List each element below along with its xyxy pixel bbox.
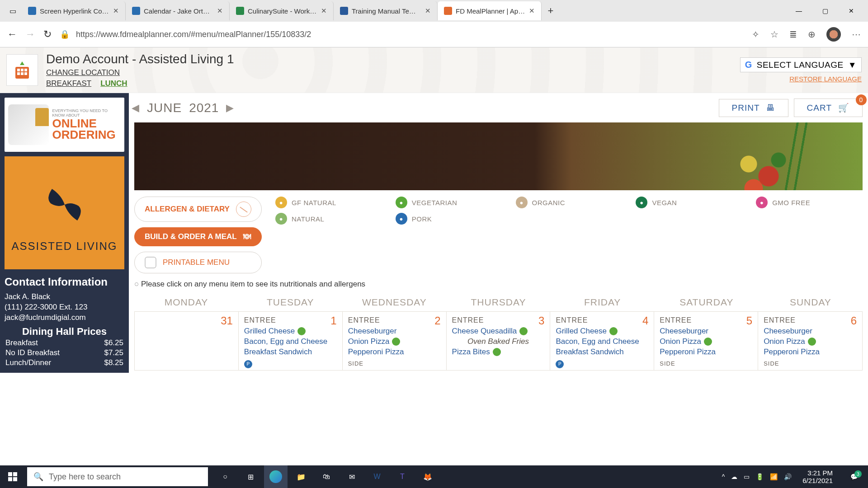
next-month-button[interactable]: ▶	[226, 102, 234, 114]
diet-badge-icon	[808, 338, 816, 346]
assisted-living-card[interactable]: ASSISTED LIVING	[5, 156, 124, 269]
teams-icon[interactable]: T	[391, 465, 414, 488]
collections-icon[interactable]: ⊕	[808, 29, 816, 40]
new-tab-button[interactable]: +	[542, 5, 560, 17]
menu-item[interactable]: Bacon, Egg and Cheese Breakfast Sandwich…	[244, 337, 337, 368]
tab-actions-icon[interactable]: ▭	[4, 7, 22, 15]
diet-badge-icon	[392, 338, 400, 346]
print-button[interactable]: PRINT 🖶	[719, 99, 788, 117]
promo-online-ordering[interactable]: EVERYTHING YOU NEED TO KNOW ABOUT ONLINE…	[5, 98, 124, 152]
legend-item[interactable]: ●PORK	[396, 213, 502, 225]
address-bar[interactable]: 🔒 https://www.fdmealplanner.com/#menu/me…	[60, 29, 744, 39]
browser-tab[interactable]: CulinarySuite - Workflow &✕	[230, 1, 334, 20]
language-select[interactable]: G SELECT LANGUAGE ▼	[740, 57, 862, 72]
allergen-icon	[236, 202, 251, 217]
menu-item[interactable]: Onion Pizza	[348, 337, 441, 347]
menu-item[interactable]: Pepperoni Pizza	[660, 347, 752, 357]
allergen-dietary-button[interactable]: ALLERGEN & DIETARY	[134, 197, 262, 222]
legend-badge-icon: ●	[396, 213, 407, 225]
site-logo[interactable]	[6, 54, 38, 86]
wifi-icon[interactable]: 📶	[770, 473, 778, 480]
window-controls: — ▢ ✕	[786, 1, 864, 20]
menu-item[interactable]: Onion Pizza	[660, 337, 752, 347]
browser-tab[interactable]: Screen Hyperlink Configur✕	[22, 1, 126, 20]
back-button[interactable]: ←	[7, 28, 17, 40]
close-tab-icon[interactable]: ✕	[113, 7, 119, 15]
close-tab-icon[interactable]: ✕	[425, 7, 431, 15]
month-navigator: ◀ JUNE 2021 ▶	[132, 101, 234, 115]
legend-item[interactable]: ●GF NATURAL	[275, 197, 382, 208]
action-center-icon[interactable]: 💬3	[844, 473, 864, 480]
restore-language-link[interactable]: RESTORE LANGUAGE	[740, 75, 862, 83]
calendar-grid: 311ENTREEGrilled CheeseBacon, Egg and Ch…	[134, 311, 863, 371]
cart-button[interactable]: CART 🛒 0	[794, 99, 863, 117]
search-icon: 🔍	[33, 472, 43, 482]
legend-item[interactable]: ●VEGAN	[636, 197, 742, 208]
legend-item[interactable]: ●NATURAL	[275, 213, 382, 225]
menu-item[interactable]: Pepperoni Pizza	[348, 347, 441, 357]
close-window-button[interactable]: ✕	[838, 1, 864, 20]
legend-badge-icon: ●	[275, 213, 287, 225]
printer-icon: 🖶	[766, 103, 775, 113]
refresh-button[interactable]: ↻	[43, 28, 52, 40]
volume-icon[interactable]: 🔊	[784, 473, 792, 480]
menu-item[interactable]: Grilled Cheese	[556, 326, 648, 337]
meet-icon[interactable]: ▭	[744, 473, 750, 480]
favorites-bar-icon[interactable]: ≣	[789, 29, 797, 40]
close-tab-icon[interactable]: ✕	[321, 7, 327, 15]
browser-tab[interactable]: FD MealPlanner | Applicat✕	[438, 1, 542, 20]
cortana-icon[interactable]: ○	[213, 465, 237, 488]
mail-icon[interactable]: ✉	[340, 465, 363, 488]
tab-strip: ▭ Screen Hyperlink Configur✕Calendar - J…	[0, 0, 868, 22]
tab-breakfast[interactable]: BREAKFAST	[46, 79, 91, 88]
clock[interactable]: 3:21 PM 6/21/2021	[798, 469, 837, 485]
menu-item[interactable]: Cheeseburger	[660, 326, 752, 337]
minimize-button[interactable]: —	[786, 1, 812, 20]
start-button[interactable]	[0, 472, 25, 481]
favorite-icon[interactable]: ☆	[770, 29, 778, 40]
printable-menu-button[interactable]: PRINTABLE MENU	[134, 252, 262, 273]
menu-item[interactable]: Cheeseburger	[348, 326, 441, 337]
legend-badge-icon: ●	[275, 197, 287, 208]
browser-tab[interactable]: Training Manual Template✕	[334, 1, 438, 20]
menu-item[interactable]: Oven Baked Fries	[452, 337, 545, 347]
build-order-meal-button[interactable]: BUILD & ORDER A MEAL 🍽	[134, 227, 262, 246]
tray-chevron-icon[interactable]: ^	[722, 473, 725, 480]
battery-icon[interactable]: 🔋	[756, 473, 764, 480]
menu-item[interactable]: Cheeseburger	[764, 326, 857, 337]
explorer-icon[interactable]: 📁	[289, 465, 313, 488]
legend-item[interactable]: ●VEGETARIAN	[396, 197, 502, 208]
day-of-week-header: MONDAYTUESDAYWEDNESDAYTHURSDAYFRIDAYSATU…	[129, 291, 868, 311]
menu-item[interactable]: Onion Pizza	[764, 337, 857, 347]
more-icon[interactable]: ⋯	[852, 29, 861, 40]
menu-item[interactable]: Bacon, Egg and Cheese Breakfast Sandwich…	[556, 337, 648, 368]
change-location-link[interactable]: CHANGE LOCATION	[46, 68, 234, 77]
menu-item[interactable]: Cheese Quesadilla	[452, 326, 545, 337]
close-tab-icon[interactable]: ✕	[529, 7, 535, 15]
profile-avatar[interactable]	[826, 27, 841, 42]
store-icon[interactable]: 🛍	[315, 465, 338, 488]
legend-item[interactable]: ●GMO FREE	[756, 197, 863, 208]
task-view-icon[interactable]: ⊞	[239, 465, 262, 488]
edge-icon[interactable]	[264, 465, 288, 488]
day-number: 1	[330, 314, 336, 327]
prev-month-button[interactable]: ◀	[132, 102, 140, 114]
menu-item[interactable]: Pepperoni Pizza	[764, 347, 857, 357]
menu-item[interactable]: Pizza Bites	[452, 347, 545, 357]
word-icon[interactable]: W	[365, 465, 389, 488]
tracking-icon[interactable]: ✧	[752, 29, 760, 40]
browser-tab[interactable]: Calendar - Jake Ortega - C✕	[126, 1, 230, 20]
menu-item[interactable]: Grilled Cheese	[244, 326, 337, 337]
close-tab-icon[interactable]: ✕	[217, 7, 223, 15]
tab-lunch[interactable]: LUNCH	[100, 79, 127, 88]
onedrive-icon[interactable]: ☁	[731, 473, 737, 480]
svg-rect-7	[8, 472, 12, 476]
day-number: 5	[746, 314, 752, 327]
phone-graphic	[8, 104, 49, 145]
calendar-cell: 4ENTREEGrilled CheeseBacon, Egg and Chee…	[550, 312, 654, 370]
taskbar-search[interactable]: 🔍 Type here to search	[27, 467, 208, 486]
firefox-icon[interactable]: 🦊	[416, 465, 439, 488]
legend-item[interactable]: ●ORGANIC	[516, 197, 623, 208]
forward-button[interactable]: →	[25, 28, 35, 40]
maximize-button[interactable]: ▢	[812, 1, 838, 20]
